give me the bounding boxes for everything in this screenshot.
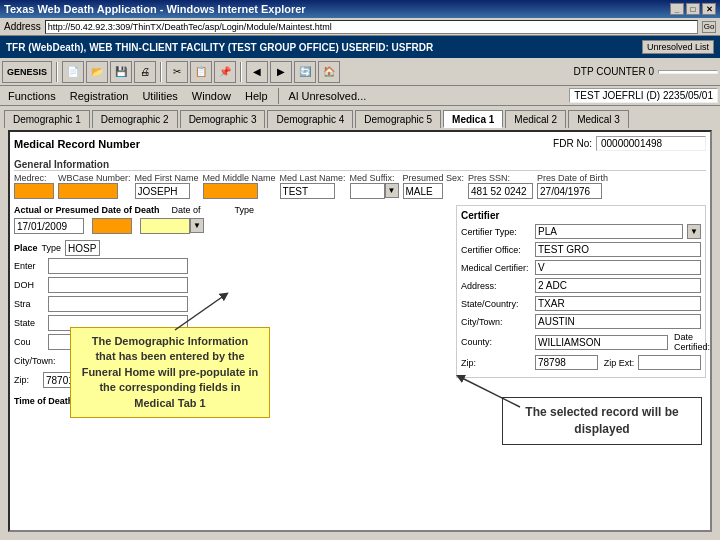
tab-demographic4[interactable]: Demographic 4 bbox=[267, 110, 353, 128]
place-type-input[interactable] bbox=[65, 240, 100, 256]
death-date2-input[interactable] bbox=[92, 218, 132, 234]
death-row-inputs: ▼ bbox=[14, 218, 450, 234]
tab-demographic5[interactable]: Demographic 5 bbox=[355, 110, 441, 128]
address-label: Address bbox=[4, 21, 41, 32]
tab-demographic2[interactable]: Demographic 2 bbox=[92, 110, 178, 128]
death-type-dropdown[interactable]: ▼ bbox=[190, 218, 204, 233]
death-type-input[interactable] bbox=[140, 218, 190, 234]
wbcase-input[interactable] bbox=[58, 183, 118, 199]
app-header: TFR (WebDeath), WEB THIN-CLIENT FACILITY… bbox=[0, 36, 720, 58]
cert-type-label: Certifier Type: bbox=[461, 227, 531, 237]
unresolved-button[interactable]: Unresolved List bbox=[642, 40, 714, 54]
medrec-input[interactable] bbox=[14, 183, 54, 199]
place-state-label: State bbox=[14, 318, 44, 328]
cert-address-row: Address: bbox=[461, 278, 701, 293]
cert-state-label: State/Country: bbox=[461, 299, 531, 309]
place-label: Place bbox=[14, 243, 38, 253]
counter-area: DTP COUNTER 0 bbox=[574, 66, 718, 77]
cert-county-input[interactable] bbox=[535, 335, 668, 350]
tab-demographic1[interactable]: Demographic 1 bbox=[4, 110, 90, 128]
place-type-label: Type bbox=[42, 243, 62, 253]
middlename-input[interactable] bbox=[203, 183, 258, 199]
menu-bar: Functions Registration Utilities Window … bbox=[0, 86, 720, 106]
cert-office-input[interactable] bbox=[535, 242, 701, 257]
tab-medical2[interactable]: Medical 2 bbox=[505, 110, 566, 128]
sex-input[interactable] bbox=[403, 183, 443, 199]
menu-help[interactable]: Help bbox=[239, 88, 274, 104]
place-enter-row: Enter bbox=[14, 258, 450, 274]
cut-button[interactable]: ✂ bbox=[166, 61, 188, 83]
callout-right-container: The selected record will be displayed bbox=[502, 397, 702, 445]
place-enter-input[interactable] bbox=[48, 258, 188, 274]
suffix-input[interactable] bbox=[350, 183, 385, 199]
middlename-label: Med Middle Name bbox=[203, 173, 276, 183]
content-wrapper: Medical Record Number FDR No: 0000000149… bbox=[0, 128, 720, 540]
address-input[interactable] bbox=[45, 20, 698, 34]
copy-button[interactable]: 📋 bbox=[190, 61, 212, 83]
menu-utilities[interactable]: Utilities bbox=[136, 88, 183, 104]
death-date-input[interactable] bbox=[14, 218, 84, 234]
tab-medical3[interactable]: Medical 3 bbox=[568, 110, 629, 128]
cert-type-input[interactable] bbox=[535, 224, 683, 239]
general-info-section: General Information Medrec: WBCase Numbe… bbox=[14, 159, 706, 199]
place-stra-label: Stra bbox=[14, 299, 44, 309]
place-county-label: Cou bbox=[14, 337, 44, 347]
new-button[interactable]: 📄 bbox=[62, 61, 84, 83]
maximize-button[interactable]: □ bbox=[686, 3, 700, 15]
main-content: Medical Record Number FDR No: 0000000149… bbox=[8, 130, 712, 532]
cert-county-row: County: Date Certified: bbox=[461, 332, 701, 352]
place-stra-input[interactable] bbox=[48, 296, 188, 312]
menu-unresolved[interactable]: Al Unresolved... bbox=[283, 88, 373, 104]
toolbar-separator bbox=[56, 62, 58, 82]
app-header-title: TFR (WebDeath), WEB THIN-CLIENT FACILITY… bbox=[6, 42, 433, 53]
tab-demographic3[interactable]: Demographic 3 bbox=[180, 110, 266, 128]
cert-zipext-input[interactable] bbox=[638, 355, 701, 370]
suffix-dropdown-arrow[interactable]: ▼ bbox=[385, 183, 399, 198]
suffix-label: Med Suffix: bbox=[350, 173, 399, 183]
menu-functions[interactable]: Functions bbox=[2, 88, 62, 104]
place-doh-input[interactable] bbox=[48, 277, 188, 293]
cert-datecert-label: Date Certified: bbox=[674, 332, 710, 352]
cert-city-input[interactable] bbox=[535, 314, 701, 329]
firstname-input[interactable] bbox=[135, 183, 190, 199]
title-bar: Texas Web Death Application - Windows In… bbox=[0, 0, 720, 18]
paste-button[interactable]: 📌 bbox=[214, 61, 236, 83]
cert-zip-label: Zip: bbox=[461, 358, 531, 368]
place-doh-label: DOH bbox=[14, 280, 44, 290]
lastname-input[interactable] bbox=[280, 183, 335, 199]
fdr-label: FDR No: bbox=[553, 138, 592, 149]
menu-window[interactable]: Window bbox=[186, 88, 237, 104]
dob-group: Pres Date of Birth bbox=[537, 173, 608, 199]
tab-medica1[interactable]: Medica 1 bbox=[443, 110, 503, 128]
cert-address-input[interactable] bbox=[535, 278, 701, 293]
menu-registration[interactable]: Registration bbox=[64, 88, 135, 104]
open-button[interactable]: 📂 bbox=[86, 61, 108, 83]
callout-left-container: The Demographic Information that has bee… bbox=[70, 327, 270, 418]
wbcase-group: WBCase Number: bbox=[58, 173, 131, 199]
cert-state-input[interactable] bbox=[535, 296, 701, 311]
place-enter-label: Enter bbox=[14, 261, 44, 271]
title-bar-label: Texas Web Death Application - Windows In… bbox=[4, 3, 306, 15]
print-button[interactable]: 🖨 bbox=[134, 61, 156, 83]
close-button[interactable]: ✕ bbox=[702, 3, 716, 15]
genesis-button[interactable]: GENESIS bbox=[2, 61, 52, 83]
dob-input[interactable] bbox=[537, 183, 602, 199]
toolbar-separator-2 bbox=[160, 62, 162, 82]
save-button[interactable]: 💾 bbox=[110, 61, 132, 83]
cert-city-label: City/Town: bbox=[461, 317, 531, 327]
home-button[interactable]: 🏠 bbox=[318, 61, 340, 83]
minimize-button[interactable]: _ bbox=[670, 3, 684, 15]
forward-button[interactable]: ▶ bbox=[270, 61, 292, 83]
refresh-button[interactable]: 🔄 bbox=[294, 61, 316, 83]
death-date-label: Actual or Presumed Date of Death bbox=[14, 205, 160, 215]
sex-group: Presumed Sex: bbox=[403, 173, 465, 199]
firstname-label: Med First Name bbox=[135, 173, 199, 183]
cert-medical-input[interactable] bbox=[535, 260, 701, 275]
cert-type-dropdown[interactable]: ▼ bbox=[687, 224, 701, 239]
go-button[interactable]: Go bbox=[702, 21, 716, 33]
ssn-input[interactable] bbox=[468, 183, 533, 199]
toolbar-area: GENESIS 📄 📂 💾 🖨 ✂ 📋 📌 ◀ ▶ 🔄 🏠 DTP COUNTE… bbox=[0, 58, 720, 86]
cert-zip-input[interactable] bbox=[535, 355, 598, 370]
title-bar-text: Texas Web Death Application - Windows In… bbox=[4, 3, 306, 15]
back-button[interactable]: ◀ bbox=[246, 61, 268, 83]
